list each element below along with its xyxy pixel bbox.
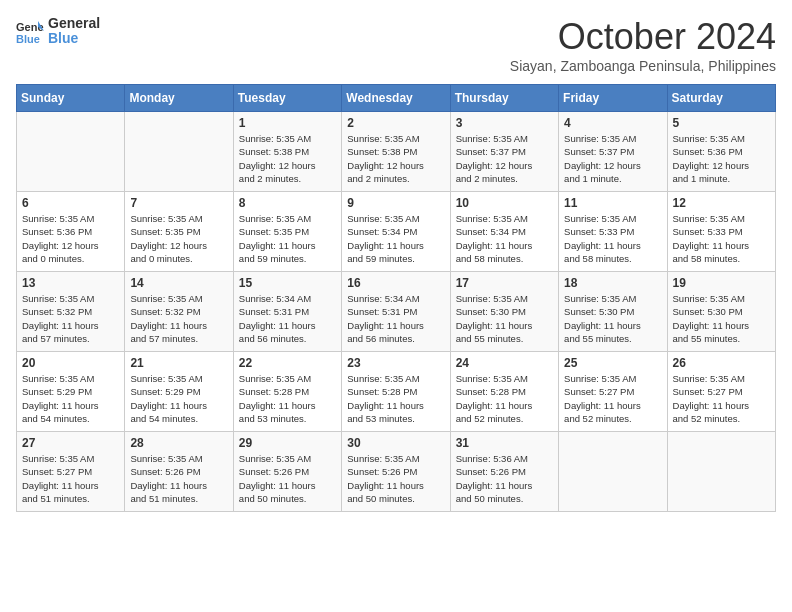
day-number: 7	[130, 196, 227, 210]
day-info: Sunrise: 5:35 AM Sunset: 5:26 PM Dayligh…	[239, 452, 336, 505]
calendar-cell: 12Sunrise: 5:35 AM Sunset: 5:33 PM Dayli…	[667, 192, 775, 272]
logo-blue: Blue	[48, 31, 100, 46]
header-cell-thursday: Thursday	[450, 85, 558, 112]
day-info: Sunrise: 5:35 AM Sunset: 5:32 PM Dayligh…	[130, 292, 227, 345]
calendar-cell: 15Sunrise: 5:34 AM Sunset: 5:31 PM Dayli…	[233, 272, 341, 352]
title-block: October 2024 Siayan, Zamboanga Peninsula…	[510, 16, 776, 74]
day-number: 23	[347, 356, 444, 370]
week-row-2: 6Sunrise: 5:35 AM Sunset: 5:36 PM Daylig…	[17, 192, 776, 272]
day-number: 19	[673, 276, 770, 290]
calendar-cell	[559, 432, 667, 512]
day-info: Sunrise: 5:35 AM Sunset: 5:36 PM Dayligh…	[22, 212, 119, 265]
day-info: Sunrise: 5:35 AM Sunset: 5:29 PM Dayligh…	[22, 372, 119, 425]
day-number: 30	[347, 436, 444, 450]
calendar-cell: 24Sunrise: 5:35 AM Sunset: 5:28 PM Dayli…	[450, 352, 558, 432]
day-number: 20	[22, 356, 119, 370]
day-number: 13	[22, 276, 119, 290]
day-number: 31	[456, 436, 553, 450]
day-info: Sunrise: 5:35 AM Sunset: 5:27 PM Dayligh…	[673, 372, 770, 425]
calendar-cell: 10Sunrise: 5:35 AM Sunset: 5:34 PM Dayli…	[450, 192, 558, 272]
day-info: Sunrise: 5:35 AM Sunset: 5:35 PM Dayligh…	[239, 212, 336, 265]
day-number: 29	[239, 436, 336, 450]
logo-icon: General Blue	[16, 17, 44, 45]
day-number: 5	[673, 116, 770, 130]
logo: General Blue General Blue	[16, 16, 100, 47]
calendar-cell: 16Sunrise: 5:34 AM Sunset: 5:31 PM Dayli…	[342, 272, 450, 352]
day-info: Sunrise: 5:34 AM Sunset: 5:31 PM Dayligh…	[347, 292, 444, 345]
day-number: 26	[673, 356, 770, 370]
day-number: 15	[239, 276, 336, 290]
day-number: 28	[130, 436, 227, 450]
day-number: 1	[239, 116, 336, 130]
day-info: Sunrise: 5:35 AM Sunset: 5:34 PM Dayligh…	[347, 212, 444, 265]
calendar-cell: 4Sunrise: 5:35 AM Sunset: 5:37 PM Daylig…	[559, 112, 667, 192]
calendar-cell: 13Sunrise: 5:35 AM Sunset: 5:32 PM Dayli…	[17, 272, 125, 352]
calendar-cell: 17Sunrise: 5:35 AM Sunset: 5:30 PM Dayli…	[450, 272, 558, 352]
week-row-5: 27Sunrise: 5:35 AM Sunset: 5:27 PM Dayli…	[17, 432, 776, 512]
day-info: Sunrise: 5:35 AM Sunset: 5:28 PM Dayligh…	[456, 372, 553, 425]
day-info: Sunrise: 5:35 AM Sunset: 5:38 PM Dayligh…	[239, 132, 336, 185]
day-info: Sunrise: 5:35 AM Sunset: 5:28 PM Dayligh…	[347, 372, 444, 425]
calendar-cell: 6Sunrise: 5:35 AM Sunset: 5:36 PM Daylig…	[17, 192, 125, 272]
day-info: Sunrise: 5:35 AM Sunset: 5:33 PM Dayligh…	[673, 212, 770, 265]
day-number: 21	[130, 356, 227, 370]
calendar-table: SundayMondayTuesdayWednesdayThursdayFrid…	[16, 84, 776, 512]
day-info: Sunrise: 5:35 AM Sunset: 5:27 PM Dayligh…	[564, 372, 661, 425]
calendar-cell: 22Sunrise: 5:35 AM Sunset: 5:28 PM Dayli…	[233, 352, 341, 432]
calendar-cell: 1Sunrise: 5:35 AM Sunset: 5:38 PM Daylig…	[233, 112, 341, 192]
month-title: October 2024	[510, 16, 776, 58]
day-number: 22	[239, 356, 336, 370]
calendar-cell: 18Sunrise: 5:35 AM Sunset: 5:30 PM Dayli…	[559, 272, 667, 352]
day-info: Sunrise: 5:35 AM Sunset: 5:30 PM Dayligh…	[456, 292, 553, 345]
day-number: 8	[239, 196, 336, 210]
header-cell-wednesday: Wednesday	[342, 85, 450, 112]
day-number: 17	[456, 276, 553, 290]
calendar-cell	[125, 112, 233, 192]
calendar-cell	[17, 112, 125, 192]
calendar-body: 1Sunrise: 5:35 AM Sunset: 5:38 PM Daylig…	[17, 112, 776, 512]
day-info: Sunrise: 5:35 AM Sunset: 5:32 PM Dayligh…	[22, 292, 119, 345]
day-info: Sunrise: 5:35 AM Sunset: 5:26 PM Dayligh…	[347, 452, 444, 505]
week-row-1: 1Sunrise: 5:35 AM Sunset: 5:38 PM Daylig…	[17, 112, 776, 192]
day-info: Sunrise: 5:35 AM Sunset: 5:35 PM Dayligh…	[130, 212, 227, 265]
day-info: Sunrise: 5:35 AM Sunset: 5:30 PM Dayligh…	[673, 292, 770, 345]
day-number: 14	[130, 276, 227, 290]
day-info: Sunrise: 5:35 AM Sunset: 5:28 PM Dayligh…	[239, 372, 336, 425]
day-number: 9	[347, 196, 444, 210]
day-info: Sunrise: 5:35 AM Sunset: 5:37 PM Dayligh…	[564, 132, 661, 185]
calendar-cell: 27Sunrise: 5:35 AM Sunset: 5:27 PM Dayli…	[17, 432, 125, 512]
svg-text:Blue: Blue	[16, 33, 40, 45]
week-row-3: 13Sunrise: 5:35 AM Sunset: 5:32 PM Dayli…	[17, 272, 776, 352]
day-info: Sunrise: 5:35 AM Sunset: 5:37 PM Dayligh…	[456, 132, 553, 185]
day-number: 12	[673, 196, 770, 210]
day-info: Sunrise: 5:34 AM Sunset: 5:31 PM Dayligh…	[239, 292, 336, 345]
calendar-cell: 3Sunrise: 5:35 AM Sunset: 5:37 PM Daylig…	[450, 112, 558, 192]
day-info: Sunrise: 5:35 AM Sunset: 5:27 PM Dayligh…	[22, 452, 119, 505]
calendar-cell: 8Sunrise: 5:35 AM Sunset: 5:35 PM Daylig…	[233, 192, 341, 272]
week-row-4: 20Sunrise: 5:35 AM Sunset: 5:29 PM Dayli…	[17, 352, 776, 432]
calendar-cell: 14Sunrise: 5:35 AM Sunset: 5:32 PM Dayli…	[125, 272, 233, 352]
calendar-cell: 19Sunrise: 5:35 AM Sunset: 5:30 PM Dayli…	[667, 272, 775, 352]
header-cell-tuesday: Tuesday	[233, 85, 341, 112]
day-info: Sunrise: 5:35 AM Sunset: 5:34 PM Dayligh…	[456, 212, 553, 265]
calendar-cell	[667, 432, 775, 512]
calendar-cell: 20Sunrise: 5:35 AM Sunset: 5:29 PM Dayli…	[17, 352, 125, 432]
day-number: 6	[22, 196, 119, 210]
day-info: Sunrise: 5:35 AM Sunset: 5:33 PM Dayligh…	[564, 212, 661, 265]
calendar-cell: 5Sunrise: 5:35 AM Sunset: 5:36 PM Daylig…	[667, 112, 775, 192]
day-info: Sunrise: 5:35 AM Sunset: 5:36 PM Dayligh…	[673, 132, 770, 185]
day-number: 18	[564, 276, 661, 290]
calendar-cell: 7Sunrise: 5:35 AM Sunset: 5:35 PM Daylig…	[125, 192, 233, 272]
calendar-cell: 25Sunrise: 5:35 AM Sunset: 5:27 PM Dayli…	[559, 352, 667, 432]
header-row: SundayMondayTuesdayWednesdayThursdayFrid…	[17, 85, 776, 112]
calendar-header: SundayMondayTuesdayWednesdayThursdayFrid…	[17, 85, 776, 112]
calendar-cell: 29Sunrise: 5:35 AM Sunset: 5:26 PM Dayli…	[233, 432, 341, 512]
logo-general: General	[48, 16, 100, 31]
day-number: 27	[22, 436, 119, 450]
day-info: Sunrise: 5:35 AM Sunset: 5:29 PM Dayligh…	[130, 372, 227, 425]
calendar-cell: 11Sunrise: 5:35 AM Sunset: 5:33 PM Dayli…	[559, 192, 667, 272]
day-number: 2	[347, 116, 444, 130]
header-cell-sunday: Sunday	[17, 85, 125, 112]
day-number: 16	[347, 276, 444, 290]
calendar-cell: 31Sunrise: 5:36 AM Sunset: 5:26 PM Dayli…	[450, 432, 558, 512]
